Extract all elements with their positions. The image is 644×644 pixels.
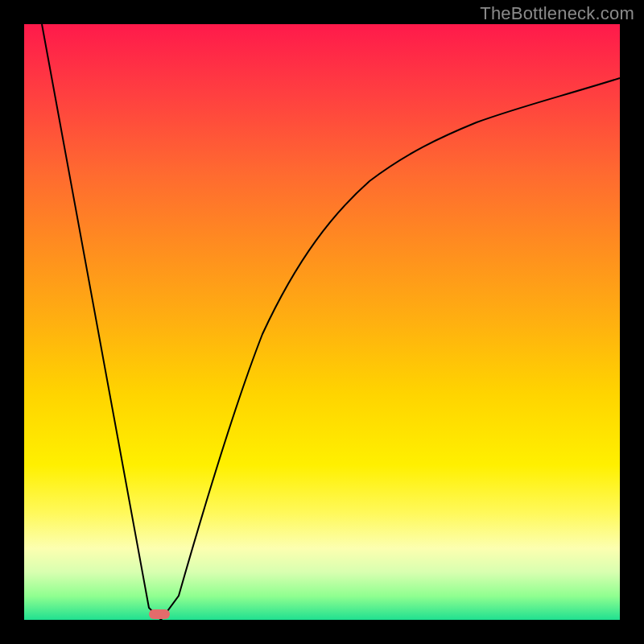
- plot-area: [24, 24, 620, 620]
- chart-svg: [24, 24, 620, 620]
- watermark-text: TheBottleneck.com: [480, 3, 634, 24]
- chart-frame: TheBottleneck.com: [0, 0, 644, 644]
- optimal-marker: [149, 609, 170, 619]
- bottleneck-curve: [42, 24, 620, 620]
